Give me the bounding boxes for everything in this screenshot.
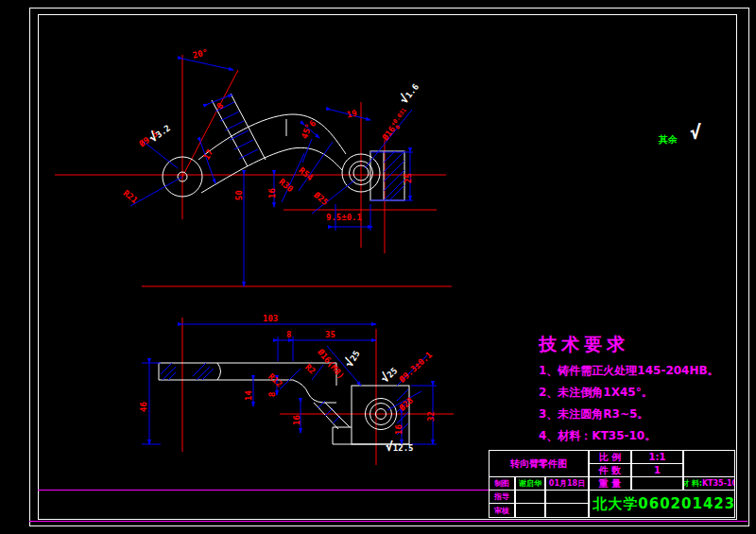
cad-drawing-page: 20° 8 17 R21 Ø9.5 50 16 R30 R54 Ø25 45° … [0,0,756,534]
technical-requirements: 技术要求 1、铸件需正火处理145-204HB。 2、未注倒角1X45°。 3、… [539,333,719,444]
drawing-title-cell: 转向臂零件图 [489,450,589,477]
empty-cell [515,503,545,518]
dim-label: 35 [325,331,335,339]
dim-label: 8 [268,392,277,397]
quantity-label-cell: 件 数 [589,463,631,477]
tech-requirement-item: 3、未注圆角R3~5。 [539,406,719,422]
checker-label-cell: 审核 [489,503,515,518]
surface-finish-mark: √12.5 [386,440,414,453]
dim-label: 46 [140,402,148,412]
advisor-label-cell: 指导 [489,490,515,504]
tech-requirement-item: 4、材料：KT35-10。 [539,428,719,444]
dim-label: 16 [268,188,277,198]
tech-requirements-title: 技术要求 [539,333,719,357]
part-outline [159,94,409,444]
dim-label: 32 [427,411,436,422]
surface-finish-icon: √ [690,121,701,144]
empty-cell [683,450,735,477]
material-label: 材 料: [683,478,702,489]
dim-label: 9.5±0.1 [326,214,362,222]
material-cell: 材 料:KT35-10 [683,476,735,491]
dim-label: 25 [404,173,413,183]
weight-value-cell [631,476,683,491]
material-value: KT35-10 [702,479,735,488]
general-roughness-mark: √ [690,123,701,142]
scale-value-cell: 1:1 [631,450,683,464]
school-id-cell: 中北大学0602014231 [589,490,735,518]
dim-label: 14 [245,390,253,401]
weight-label-cell: 重 量 [589,476,631,491]
empty-cell [545,503,589,518]
dim-label: 16 [293,415,301,425]
drafter-name-cell: 谢启华 [515,476,545,491]
general-roughness-label: 其余 [659,133,678,146]
surface-finish-icon: √ [386,439,393,454]
quantity-value-cell: 1 [631,463,683,477]
drafter-label-cell: 制图 [489,476,515,491]
dim-label: 50 [235,190,244,200]
empty-cell [545,490,589,504]
tech-requirement-item: 1、铸件需正火处理145-204HB。 [539,363,719,379]
empty-cell [515,490,545,504]
dim-label: 103 [263,315,278,323]
drafter-date-cell: 01月18日 [545,476,589,491]
scale-label-cell: 比 例 [589,450,631,464]
tech-requirement-item: 2、未注倒角1X45°。 [539,385,719,401]
dimension-lines [130,59,437,444]
surface-finish-value: 12.5 [393,443,414,453]
dim-label: 16 [395,424,404,435]
dim-label: 8 [286,331,291,339]
